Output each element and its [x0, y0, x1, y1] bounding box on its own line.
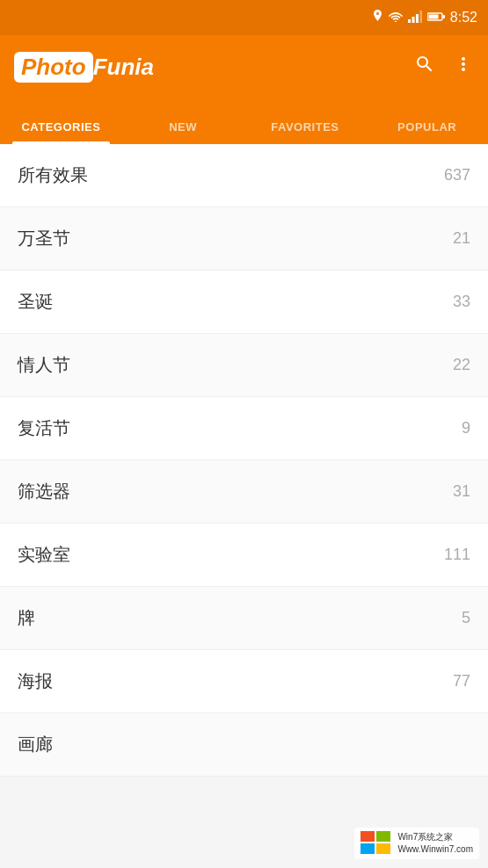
category-name: 筛选器	[18, 480, 70, 503]
svg-rect-6	[442, 15, 445, 18]
app-logo: Photo Funia	[14, 52, 154, 83]
category-count: 111	[444, 546, 470, 564]
svg-rect-2	[412, 17, 414, 23]
tab-new[interactable]: NEW	[122, 120, 244, 144]
category-name: 画廊	[18, 733, 53, 756]
category-name: 海报	[18, 669, 53, 693]
watermark-text: Win7系统之家 Www.Winwin7.com	[397, 831, 473, 856]
category-name: 情人节	[18, 353, 70, 377]
app-bar: Photo Funia	[0, 35, 488, 98]
category-name: 万圣节	[18, 227, 70, 250]
tab-bar: CATEGORIES NEW FAVORITES POPULAR	[0, 98, 488, 144]
svg-rect-3	[416, 14, 419, 23]
category-count: 33	[453, 293, 470, 311]
list-item[interactable]: 万圣节 21	[0, 207, 488, 271]
status-icons: 8:52	[372, 10, 477, 26]
watermark: Win7系统之家 Www.Winwin7.com	[354, 828, 479, 859]
category-count: 5	[462, 609, 470, 627]
logo-funia-text: Funia	[93, 54, 154, 81]
svg-rect-1	[408, 19, 411, 23]
tab-favorites[interactable]: FAVORITES	[244, 120, 367, 144]
categories-list: 所有效果 637 万圣节 21 圣诞 33 情人节 22 复活节 9 筛选器 3…	[0, 144, 488, 868]
list-item[interactable]: 所有效果 637	[0, 144, 488, 207]
list-item[interactable]: 牌 5	[0, 587, 488, 650]
location-icon	[372, 10, 383, 26]
svg-rect-9	[376, 831, 390, 842]
svg-rect-8	[361, 831, 375, 842]
list-item[interactable]: 复活节 9	[0, 397, 488, 460]
app-bar-actions	[414, 54, 474, 80]
list-item[interactable]: 筛选器 31	[0, 460, 488, 524]
svg-rect-11	[376, 843, 390, 854]
signal-icon	[408, 11, 422, 25]
battery-icon	[427, 11, 445, 25]
category-count: 9	[462, 419, 470, 438]
list-item[interactable]: 情人节 22	[0, 334, 488, 397]
list-item[interactable]: 实验室 111	[0, 524, 488, 587]
category-name: 牌	[18, 606, 35, 630]
category-name: 复活节	[18, 416, 70, 440]
svg-rect-4	[419, 11, 422, 23]
category-name: 实验室	[18, 543, 70, 567]
wifi-icon	[389, 11, 403, 25]
list-item[interactable]: 画廊	[0, 713, 488, 777]
tab-categories[interactable]: CATEGORIES	[0, 120, 122, 144]
list-item[interactable]: 圣诞 33	[0, 271, 488, 334]
watermark-icon	[361, 831, 392, 856]
svg-point-0	[395, 21, 397, 22]
status-bar: 8:52	[0, 0, 488, 35]
svg-rect-10	[361, 843, 375, 854]
logo-photo-text: Photo	[21, 54, 86, 80]
more-options-icon[interactable]	[453, 54, 474, 80]
tab-popular[interactable]: POPULAR	[366, 120, 488, 144]
category-count: 22	[453, 356, 470, 374]
category-name: 所有效果	[18, 163, 88, 187]
category-count: 31	[453, 482, 470, 501]
list-item[interactable]: 海报 77	[0, 650, 488, 713]
category-count: 637	[444, 166, 470, 184]
category-count: 77	[453, 672, 470, 691]
category-name: 圣诞	[18, 290, 53, 314]
category-count: 21	[453, 229, 470, 248]
logo-background: Photo	[14, 52, 93, 83]
svg-rect-7	[428, 15, 438, 19]
status-time: 8:52	[450, 10, 477, 25]
search-icon[interactable]	[414, 54, 435, 80]
